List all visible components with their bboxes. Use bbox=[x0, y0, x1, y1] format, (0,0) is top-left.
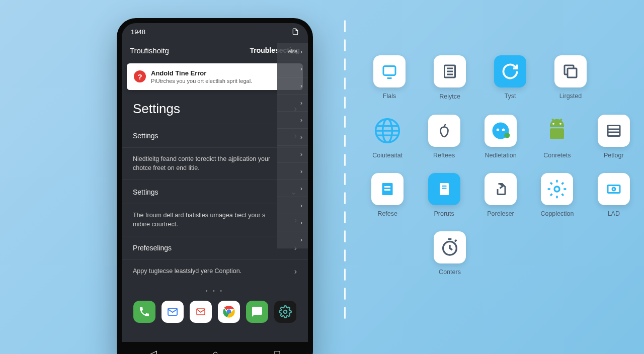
side-row[interactable]: › bbox=[277, 60, 308, 77]
chevron-right-icon: › bbox=[294, 267, 297, 276]
robot-icon bbox=[485, 115, 517, 147]
side-row[interactable]: › bbox=[277, 112, 308, 129]
app-reiytce[interactable]: Reiytce bbox=[428, 55, 472, 101]
app-poreleser[interactable]: Poreleser bbox=[480, 173, 521, 217]
android-icon bbox=[541, 115, 573, 147]
chevron-right-icon: › bbox=[300, 168, 302, 175]
row-text: The froum dell ard hatislles umagea bect… bbox=[133, 211, 294, 229]
monitor-icon bbox=[373, 55, 406, 87]
gmail-app-icon[interactable] bbox=[190, 301, 212, 323]
side-row[interactable]: › bbox=[277, 180, 308, 197]
phone-app-icon[interactable] bbox=[133, 301, 155, 323]
app-label: Tyst bbox=[505, 93, 516, 100]
row-label: Prefeselings bbox=[133, 244, 172, 252]
svg-rect-34 bbox=[608, 186, 620, 193]
app-lirgsted[interactable]: Lirgsted bbox=[548, 55, 593, 100]
globe-icon bbox=[371, 115, 404, 147]
svg-rect-24 bbox=[608, 126, 620, 136]
app-proruts[interactable]: Proruts bbox=[424, 173, 464, 217]
error-icon: ? bbox=[134, 70, 146, 82]
chevron-right-icon: › bbox=[300, 48, 302, 55]
phone-frame: 1948 Troufishoitg Troublesecting ? Andol… bbox=[117, 18, 313, 354]
svg-point-35 bbox=[612, 188, 615, 191]
chevron-right-icon: › bbox=[300, 236, 302, 243]
app-label: Refese bbox=[377, 210, 397, 217]
dock bbox=[122, 294, 308, 328]
row-label: Settings bbox=[133, 132, 158, 140]
side-row[interactable]: › bbox=[277, 214, 308, 231]
chevron-right-icon: › bbox=[300, 82, 302, 90]
app-nedletation[interactable]: Nedletation bbox=[480, 115, 521, 159]
page-icon bbox=[292, 28, 299, 35]
phone-screen: 1948 Troufishoitg Troublesecting ? Andol… bbox=[122, 23, 308, 354]
rows-icon bbox=[598, 115, 630, 147]
svg-point-16 bbox=[497, 129, 500, 131]
app-lad[interactable]: LAD bbox=[594, 173, 634, 217]
side-panel: else › › › › › › › › › › › › bbox=[277, 43, 308, 248]
svg-rect-19 bbox=[550, 129, 564, 139]
app-conters[interactable]: Conters bbox=[428, 231, 472, 276]
app-label: Reiytce bbox=[439, 93, 460, 101]
copy-icon bbox=[554, 55, 587, 87]
chevron-right-icon: › bbox=[300, 219, 302, 226]
settings-app-icon[interactable] bbox=[274, 301, 296, 323]
app-label: Petlogr bbox=[604, 152, 624, 159]
app-label: Poreleser bbox=[487, 210, 514, 217]
chrome-app-icon[interactable] bbox=[218, 301, 240, 323]
side-row[interactable]: › bbox=[277, 95, 308, 112]
svg-point-21 bbox=[560, 123, 562, 125]
side-row[interactable]: else › bbox=[277, 43, 308, 60]
svg-rect-30 bbox=[440, 183, 449, 195]
tab-left[interactable]: Troufishoitg bbox=[130, 46, 169, 55]
app-copplection[interactable]: Copplection bbox=[537, 173, 577, 217]
svg-rect-5 bbox=[383, 66, 395, 75]
side-row[interactable]: › bbox=[277, 77, 308, 95]
nav-back-icon[interactable]: ◁ bbox=[150, 348, 157, 354]
status-bar: 1948 bbox=[122, 23, 308, 40]
app-coiuteaitat[interactable]: Coiuteaitat bbox=[367, 115, 408, 159]
app-tyst[interactable]: Tyst bbox=[488, 55, 532, 100]
app-flals[interactable]: Flals bbox=[367, 55, 412, 100]
side-row[interactable]: › bbox=[277, 163, 308, 180]
error-card[interactable]: ? Andold Tine Error PiUtrches you you or… bbox=[127, 63, 303, 90]
side-row[interactable]: › bbox=[277, 197, 308, 214]
svg-point-18 bbox=[504, 133, 510, 138]
row-text: Appy tugtecse leastslyd yere Conption. bbox=[133, 267, 257, 276]
nav-home-icon[interactable]: ○ bbox=[213, 348, 218, 355]
document-icon bbox=[371, 173, 404, 205]
app-label: Coiuteaitat bbox=[372, 152, 403, 159]
app-conretets[interactable]: Conretets bbox=[537, 115, 577, 159]
row-conption[interactable]: Appy tugtecse leastslyd yere Conption. › bbox=[122, 259, 308, 283]
vertical-divider bbox=[344, 20, 346, 334]
app-refese[interactable]: Refese bbox=[367, 173, 408, 217]
settings-heading-label: Settings bbox=[133, 101, 180, 117]
error-title: Andold Tine Error bbox=[151, 69, 252, 77]
app-label: Copplection bbox=[540, 210, 574, 217]
chevron-right-icon: › bbox=[300, 134, 302, 141]
app-label: Reftees bbox=[433, 152, 455, 159]
app-label: Proruts bbox=[434, 210, 454, 217]
chevron-right-icon: › bbox=[300, 117, 302, 124]
chat-app-icon[interactable] bbox=[246, 301, 268, 323]
app-reftees[interactable]: Reftees bbox=[424, 115, 464, 159]
side-row[interactable]: › bbox=[277, 129, 308, 146]
chevron-right-icon: › bbox=[300, 151, 302, 158]
row-label: Settings bbox=[133, 188, 158, 196]
nav-recent-icon[interactable]: □ bbox=[274, 348, 280, 355]
app-label: LAD bbox=[608, 210, 620, 217]
side-row[interactable]: › bbox=[277, 146, 308, 163]
side-row[interactable]: › bbox=[277, 231, 308, 248]
app-label: Conters bbox=[439, 269, 461, 276]
stopwatch-icon bbox=[434, 231, 466, 263]
chevron-right-icon: › bbox=[300, 202, 302, 209]
mail-app-icon[interactable] bbox=[162, 301, 184, 323]
sync-icon bbox=[494, 55, 526, 87]
nav-bar: ◁ ○ □ bbox=[122, 342, 308, 354]
page-indicator: • • • bbox=[122, 288, 308, 294]
gear-icon bbox=[541, 173, 573, 205]
side-label: else bbox=[288, 49, 297, 54]
app-petlogr[interactable]: Petlogr bbox=[594, 115, 634, 159]
device-icon bbox=[598, 173, 630, 205]
svg-point-4 bbox=[284, 310, 287, 314]
chevron-right-icon: › bbox=[300, 100, 302, 107]
